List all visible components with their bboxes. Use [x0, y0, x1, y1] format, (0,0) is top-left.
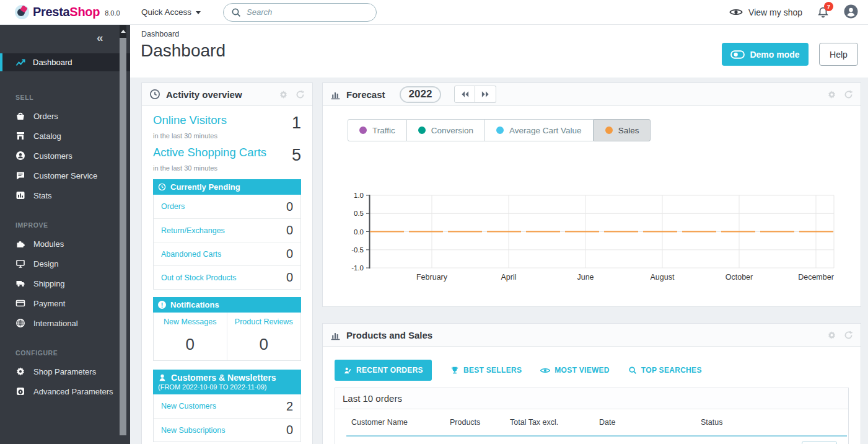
sidebar-collapse-button[interactable]: «	[97, 31, 103, 45]
double-left-icon	[460, 91, 470, 98]
caret-down-icon	[196, 11, 201, 14]
svg-text:1.0: 1.0	[354, 193, 364, 199]
quick-access-dropdown[interactable]: Quick Access	[141, 7, 201, 17]
online-visitors-metric: Online Visitors 1	[153, 113, 301, 131]
store-icon	[15, 131, 25, 141]
sidebar-item-advanced-parameters[interactable]: Advanced Parameters	[0, 381, 130, 401]
tab-traffic[interactable]: Traffic	[348, 119, 407, 141]
product-reviews-link[interactable]: Product Reviews	[230, 317, 299, 326]
currently-pending-header: Currently Pending	[153, 179, 301, 195]
breadcrumb[interactable]: Dashboard	[141, 30, 179, 38]
page-header: Dashboard Dashboard Demo mode Help	[130, 25, 868, 78]
new-subscriptions-row: New Subscriptions 0	[154, 418, 300, 442]
forecast-next-button[interactable]	[475, 86, 496, 103]
scroll-up-button[interactable]	[120, 25, 126, 38]
top-header: PrestaShop 8.0.0 Quick Access View my sh…	[0, 0, 868, 25]
new-messages-link[interactable]: New Messages	[156, 317, 224, 326]
panel-refresh-icon[interactable]	[844, 331, 853, 340]
last-orders-title: Last 10 orders	[335, 388, 848, 409]
sidebar-item-shipping[interactable]: Shipping	[0, 273, 130, 293]
eye-icon	[540, 367, 550, 374]
panel-settings-icon[interactable]	[827, 90, 836, 99]
acv-dot-icon	[496, 127, 504, 134]
sidebar-item-orders[interactable]: Orders	[0, 106, 130, 126]
last-orders-box: Last 10 orders Customer Name Products To…	[335, 388, 849, 444]
person-icon	[158, 373, 167, 382]
col-products: Products	[450, 418, 480, 427]
forecast-panel: Forecast 2022	[322, 82, 861, 307]
sidebar-item-design[interactable]: Design	[0, 254, 130, 273]
search-input[interactable]	[247, 7, 369, 17]
new-customers-link[interactable]: New Customers	[161, 402, 216, 411]
trend-icon	[15, 58, 25, 68]
svg-text:April: April	[501, 273, 516, 282]
panel-settings-icon[interactable]	[827, 331, 836, 340]
chat-icon	[15, 171, 25, 180]
sidebar-item-stats[interactable]: Stats	[0, 185, 130, 205]
pending-abandoned-link[interactable]: Abandoned Carts	[161, 250, 221, 259]
svg-text:-0.5: -0.5	[351, 246, 364, 254]
sidebar-item-shop-parameters[interactable]: Shop Parameters	[0, 362, 130, 381]
tab-recent-orders[interactable]: RECENT ORDERS	[335, 360, 432, 381]
search-box[interactable]	[223, 3, 377, 22]
customers-list: New Customers 2 New Subscriptions 0	[153, 394, 301, 442]
avatar-icon	[844, 4, 858, 19]
page-title: Dashboard	[141, 41, 226, 61]
bar-chart-icon	[330, 330, 341, 340]
sidebar-item-catalog[interactable]: Catalog	[0, 126, 130, 146]
sidebar-item-customers[interactable]: Customers	[0, 146, 130, 166]
sidebar-section-sell: SELL	[0, 94, 130, 101]
alert-icon: !	[158, 301, 166, 309]
col-date: Date	[599, 418, 615, 427]
svg-text:-1.0: -1.0	[351, 264, 364, 272]
active-carts-label[interactable]: Active Shopping Carts	[153, 146, 266, 159]
user-avatar[interactable]	[844, 4, 858, 21]
online-visitors-label[interactable]: Online Visitors	[153, 113, 227, 127]
tab-conversion[interactable]: Conversion	[407, 119, 485, 141]
view-my-shop-link[interactable]: View my shop	[729, 7, 802, 17]
panel-refresh-icon[interactable]	[296, 90, 305, 99]
sidebar-item-international[interactable]: International	[0, 313, 130, 333]
col-status: Status	[701, 418, 722, 427]
products-panel-title: Products and Sales	[346, 330, 432, 340]
search-icon	[628, 366, 637, 375]
sidebar-item-dashboard[interactable]: Dashboard	[0, 53, 130, 71]
brand[interactable]: PrestaShop 8.0.0	[0, 5, 131, 19]
pending-outofstock-link[interactable]: Out of Stock Products	[161, 273, 237, 282]
active-carts-sub: in the last 30 minutes	[153, 164, 301, 172]
tab-best-sellers[interactable]: BEST SELLERS	[450, 366, 522, 375]
gear-icon	[15, 366, 25, 376]
tab-most-viewed[interactable]: MOST VIEWED	[540, 366, 610, 375]
new-messages-cell: New Messages 0	[154, 313, 227, 360]
sidebar-item-customer-service[interactable]: Customer Service	[0, 166, 130, 185]
svg-text:0.5: 0.5	[354, 210, 364, 217]
new-subscriptions-link[interactable]: New Subscriptions	[161, 426, 226, 435]
tab-average-cart-value[interactable]: Average Cart Value	[485, 119, 594, 141]
forecast-prev-button[interactable]	[454, 86, 475, 103]
forecast-year-pill[interactable]: 2022	[400, 86, 442, 103]
brand-name: PrestaShop	[33, 5, 100, 19]
notifications-bell[interactable]: 7	[817, 6, 829, 20]
trophy-icon	[450, 366, 459, 375]
sidebar-scrollbar	[120, 25, 126, 444]
sidebar-item-modules[interactable]: Modules	[0, 234, 130, 254]
scrollbar-thumb[interactable]	[120, 38, 126, 435]
sidebar-section-configure: CONFIGURE	[0, 349, 130, 357]
pending-orders-link[interactable]: Orders	[161, 202, 185, 211]
panel-settings-icon[interactable]	[279, 90, 288, 99]
order-details-button[interactable]	[802, 441, 837, 444]
panel-refresh-icon[interactable]	[844, 90, 853, 99]
col-total-tax-excl: Total Tax excl.	[510, 418, 558, 427]
sidebar-item-payment[interactable]: Payment	[0, 293, 130, 313]
active-carts-value: 5	[292, 147, 301, 164]
pending-outofstock-row: Out of Stock Products 0	[154, 265, 300, 289]
online-visitors-value: 1	[292, 115, 301, 131]
help-button[interactable]: Help	[819, 43, 858, 66]
new-customers-row: New Customers 2	[154, 394, 300, 418]
pending-returns-link[interactable]: Return/Exchanges	[161, 226, 225, 235]
double-right-icon	[481, 91, 490, 98]
tab-sales[interactable]: Sales	[594, 119, 651, 141]
demo-mode-button[interactable]: Demo mode	[722, 43, 809, 66]
orders-table-header: Customer Name Products Total Tax excl. D…	[335, 418, 848, 430]
tab-top-searches[interactable]: TOP SEARCHES	[628, 366, 702, 375]
